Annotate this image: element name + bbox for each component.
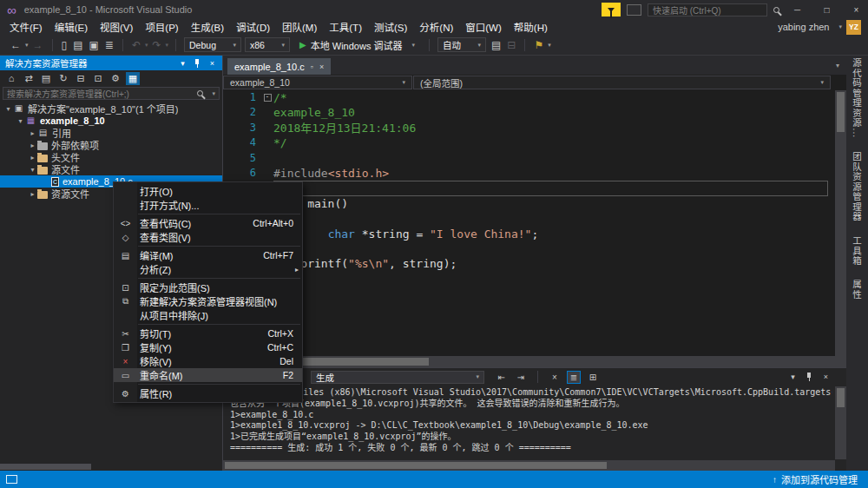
menu-团队(M)[interactable]: 团队(M) xyxy=(276,20,323,34)
close-panel-icon[interactable]: × xyxy=(206,59,219,68)
code-editor[interactable]: 1-/*2example_8_1032018年12月13日21:41:064*/… xyxy=(223,90,846,367)
menu-帮助(H)[interactable]: 帮助(H) xyxy=(508,20,554,34)
context-menu-item-new-solution-explorer-view[interactable]: ⧉新建解决方案资源管理器视图(N) xyxy=(114,294,302,308)
save-all-icon[interactable]: ≣ xyxy=(103,40,115,50)
flag-dropdown-icon[interactable]: ▾ xyxy=(548,42,551,48)
context-menu-item-scope-to-this[interactable]: ⊡限定为此范围(S) xyxy=(114,280,302,294)
feedback-icon[interactable] xyxy=(627,4,641,16)
open-file-icon[interactable]: ▤ xyxy=(71,40,84,50)
menu-文件(F)[interactable]: 文件(F) xyxy=(3,20,49,34)
expander-icon[interactable]: ▸ xyxy=(28,154,37,162)
tree-item-folder[interactable]: ▸头文件 xyxy=(0,151,222,163)
context-menu-item-class-diagram[interactable]: ◇查看类图(V) xyxy=(114,230,302,244)
flag-icon[interactable]: ⚑ xyxy=(532,40,545,50)
keep-open-icon[interactable]: ▫ xyxy=(311,63,313,71)
pin-icon[interactable] xyxy=(191,59,204,68)
right-tab-团队资源管理器[interactable]: 团队资源管理器 xyxy=(851,152,864,222)
navigate-forward-icon[interactable]: → xyxy=(31,40,45,50)
document-list-chevron-icon[interactable]: ▾ xyxy=(829,62,846,69)
refresh-icon[interactable]: ↻ xyxy=(56,72,70,85)
navigate-back-icon[interactable]: ← xyxy=(9,40,23,50)
redo-icon[interactable]: ↷ xyxy=(150,40,162,50)
menu-编辑(E)[interactable]: 编辑(E) xyxy=(49,20,94,34)
pending-changes-filter-icon[interactable]: ▤ xyxy=(39,72,53,85)
menu-视图(V)[interactable]: 视图(V) xyxy=(94,20,139,34)
window-position-chevron-icon[interactable]: ▾ xyxy=(176,59,189,68)
scrollbar-thumb[interactable] xyxy=(837,92,845,132)
menu-调试(D)[interactable]: 调试(D) xyxy=(230,20,276,34)
tree-item-solution[interactable]: ▾▣解决方案"example_8_10"(1 个项目) xyxy=(0,102,222,115)
filter-icon[interactable] xyxy=(602,3,621,16)
scrollbar-thumb[interactable] xyxy=(0,464,91,470)
maximize-button[interactable]: □ xyxy=(815,0,838,19)
menu-窗口(W)[interactable]: 窗口(W) xyxy=(459,20,508,34)
menu-测试(S)[interactable]: 测试(S) xyxy=(368,20,413,34)
context-menu-item-open-with[interactable]: 打开方式(N)... xyxy=(114,198,302,212)
search-options-chevron-icon[interactable]: ▾ xyxy=(212,90,215,97)
right-tab-属性[interactable]: 属性 xyxy=(851,280,864,300)
context-menu-item-open[interactable]: 打开(O) xyxy=(114,184,302,198)
menu-分析(N)[interactable]: 分析(N) xyxy=(413,20,459,34)
cancel-build-icon[interactable]: ⊟ xyxy=(505,40,517,50)
expander-icon[interactable]: ▾ xyxy=(28,166,37,174)
collapse-all-icon[interactable]: ⊟ xyxy=(74,72,88,85)
right-tab-源代码管理资源...[interactable]: 源代码管理资源... xyxy=(851,58,864,138)
close-panel-icon[interactable]: × xyxy=(819,373,832,381)
build-selection-icon[interactable]: ▤ xyxy=(490,40,503,50)
watch-dropdown[interactable]: 自动 ▾ xyxy=(437,37,486,52)
search-icon[interactable] xyxy=(773,4,779,15)
context-menu-item-remove[interactable]: ×移除(V)Del xyxy=(114,354,302,368)
scrollbar-thumb[interactable] xyxy=(837,388,845,407)
fold-marker[interactable]: - xyxy=(261,90,273,105)
toggle-word-wrap-icon[interactable]: ≣ xyxy=(567,371,581,384)
context-menu-item-compile[interactable]: ▤编译(M)Ctrl+F7 xyxy=(114,248,302,262)
context-menu-item-properties[interactable]: ⚙属性(R) xyxy=(114,386,302,400)
start-debugging-button[interactable]: ▶ 本地 Windows 调试器 ▾ xyxy=(293,38,421,52)
context-menu-item-cut[interactable]: ✂剪切(T)Ctrl+X xyxy=(114,326,302,340)
scope-to-this-icon[interactable]: ⊡ xyxy=(91,72,105,85)
editor-horizontal-scrollbar[interactable] xyxy=(223,356,835,367)
undo-icon[interactable]: ↶ xyxy=(130,40,142,50)
output-horizontal-scrollbar[interactable] xyxy=(223,460,835,471)
previous-message-icon[interactable]: ⇤ xyxy=(495,371,509,384)
minimize-button[interactable]: ─ xyxy=(786,0,809,19)
tree-item-refs[interactable]: ▸▤引用 xyxy=(0,127,222,139)
avatar[interactable]: YZ xyxy=(846,20,861,35)
solution-platforms-dropdown[interactable]: x86 ▾ xyxy=(245,37,290,52)
context-menu-item-copy[interactable]: ❐复制(Y)Ctrl+C xyxy=(114,340,302,354)
next-message-icon[interactable]: ⇥ xyxy=(514,371,528,384)
nav-project-dropdown[interactable]: example_8_10 ▾ xyxy=(223,76,412,89)
add-to-source-control-button[interactable]: ↑ 添加到源代码管理 xyxy=(773,472,858,486)
user-name[interactable]: yabing zhen xyxy=(778,22,829,32)
pin-icon[interactable] xyxy=(803,373,816,381)
expander-icon[interactable]: ▸ xyxy=(28,129,37,137)
menu-工具(T)[interactable]: 工具(T) xyxy=(323,20,368,34)
toggle-output-pane-icon[interactable]: ⊞ xyxy=(586,371,600,384)
save-icon[interactable]: ▣ xyxy=(87,40,100,50)
window-position-chevron-icon[interactable]: ▾ xyxy=(786,373,799,381)
editor-vertical-scrollbar[interactable] xyxy=(835,90,846,356)
menu-项目(P)[interactable]: 项目(P) xyxy=(139,20,184,34)
expander-icon[interactable]: ▾ xyxy=(16,117,25,125)
close-button[interactable]: × xyxy=(845,0,868,19)
tree-item-project[interactable]: ▾▦example_8_10 xyxy=(0,115,222,127)
output-vertical-scrollbar[interactable] xyxy=(835,386,846,459)
properties-icon[interactable]: ⚙ xyxy=(108,72,122,85)
new-file-icon[interactable]: ▯ xyxy=(60,40,69,50)
menu-生成(B)[interactable]: 生成(B) xyxy=(185,20,230,34)
home-icon[interactable]: ⌂ xyxy=(4,72,18,85)
output-source-dropdown[interactable]: 生成 ▾ xyxy=(311,371,484,384)
context-menu-item-exclude-from-project[interactable]: 从项目中排除(J) xyxy=(114,308,302,322)
expander-icon[interactable]: ▸ xyxy=(28,142,37,149)
right-tab-工具箱[interactable]: 工具箱 xyxy=(851,236,864,267)
tree-item-folder[interactable]: ▾源文件 xyxy=(0,163,222,175)
tab-close-icon[interactable]: × xyxy=(319,63,324,71)
expander-icon[interactable]: ▸ xyxy=(28,190,37,198)
navigate-back-dropdown-icon[interactable]: ▾ xyxy=(25,42,29,48)
expander-icon[interactable]: ▾ xyxy=(3,105,13,113)
se-search-input[interactable]: 搜索解决方案资源管理器(Ctrl+;) ▾ xyxy=(3,87,220,100)
fold-collapse-icon[interactable]: - xyxy=(264,94,272,102)
redo-dropdown-icon[interactable]: ▾ xyxy=(166,42,169,48)
se-horizontal-scrollbar[interactable] xyxy=(0,463,222,471)
context-menu-item-analyze[interactable]: 分析(Z)▸ xyxy=(114,262,302,276)
